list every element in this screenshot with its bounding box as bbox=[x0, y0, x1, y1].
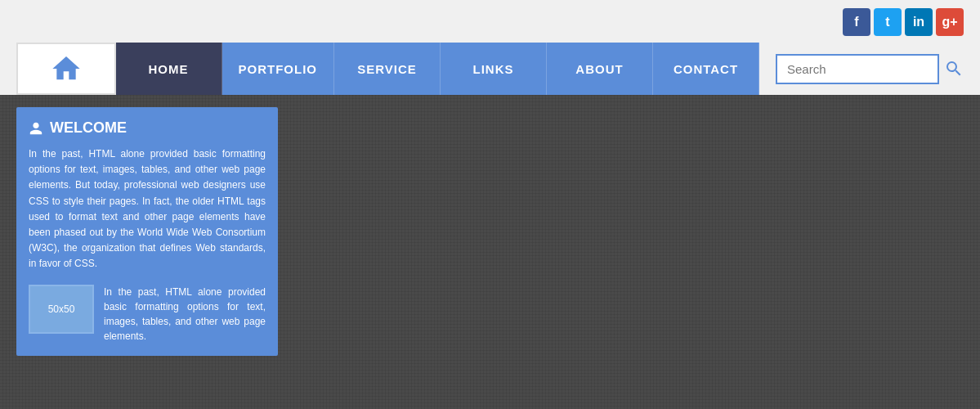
google-plus-icon[interactable]: g+ bbox=[936, 8, 964, 36]
welcome-body: In the past, HTML alone provided basic f… bbox=[29, 146, 266, 272]
image-caption: In the past, HTML alone provided basic f… bbox=[104, 285, 266, 344]
search-input[interactable] bbox=[776, 54, 939, 84]
welcome-box: WELCOME In the past, HTML alone provided… bbox=[16, 107, 278, 356]
social-icons: f t in g+ bbox=[843, 8, 964, 36]
nav-bar: HOME PORTFOLIO SERVICE LINKS ABOUT CONTA… bbox=[16, 43, 964, 95]
header: f t in g+ HOME PORTFOLIO SERVICE LINKS A… bbox=[0, 0, 980, 95]
image-row: 50x50 In the past, HTML alone provided b… bbox=[29, 285, 266, 344]
twitter-icon[interactable]: t bbox=[874, 8, 902, 36]
search-area bbox=[759, 43, 964, 95]
home-logo[interactable] bbox=[16, 43, 116, 95]
linkedin-icon[interactable]: in bbox=[905, 8, 933, 36]
content-area: WELCOME In the past, HTML alone provided… bbox=[0, 95, 980, 368]
nav-item-home[interactable]: HOME bbox=[116, 43, 222, 95]
nav-item-links[interactable]: LINKS bbox=[441, 43, 547, 95]
nav-item-service[interactable]: SERVICE bbox=[334, 43, 441, 95]
nav-items: HOME PORTFOLIO SERVICE LINKS ABOUT CONTA… bbox=[116, 43, 760, 95]
nav-item-contact[interactable]: CONTACT bbox=[653, 43, 759, 95]
house-icon bbox=[50, 52, 83, 85]
search-icon bbox=[944, 59, 964, 79]
facebook-icon[interactable]: f bbox=[843, 8, 870, 36]
welcome-title: WELCOME bbox=[29, 119, 266, 137]
nav-item-about[interactable]: ABOUT bbox=[547, 43, 653, 95]
top-bar: f t in g+ bbox=[16, 8, 964, 36]
user-icon bbox=[29, 121, 43, 136]
nav-item-portfolio[interactable]: PORTFOLIO bbox=[222, 43, 335, 95]
placeholder-image: 50x50 bbox=[29, 285, 94, 334]
search-button[interactable] bbox=[944, 59, 964, 79]
